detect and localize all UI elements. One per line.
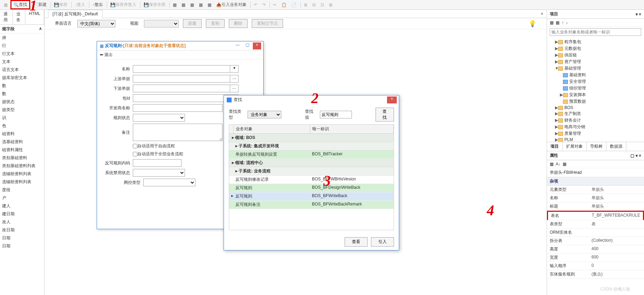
checkout-button[interactable]: ↑ 签出 xyxy=(90,1,105,8)
find-import-button[interactable]: 引入 xyxy=(371,237,394,247)
field-list-item[interactable]: 日期 xyxy=(0,242,44,250)
nettype-select[interactable] xyxy=(143,179,195,186)
left-tab-general[interactable]: 通用 xyxy=(0,10,13,24)
find-value-input[interactable] xyxy=(320,111,352,118)
grid-subgroup[interactable]: ▸ 子系统: 集成开发环境 xyxy=(229,142,394,150)
field-list-item[interactable]: 据类型 xyxy=(0,106,44,114)
tree-node[interactable]: ▶资产管理 xyxy=(550,59,641,65)
field-list-item[interactable]: 选辅助资料列表 xyxy=(0,170,44,178)
tree-node[interactable]: ▶供应链 xyxy=(550,52,641,59)
bulb-icon[interactable]: 💡 xyxy=(529,20,536,28)
find-view-button[interactable]: 查看 xyxy=(345,237,368,247)
property-row[interactable]: 标题单据头 xyxy=(547,202,644,211)
tree-node[interactable]: ▶财务会计 xyxy=(550,117,641,124)
doc-close-icon[interactable]: × xyxy=(541,11,543,16)
sysdisable-select[interactable] xyxy=(133,169,185,177)
save-all-button[interactable]: 💾 保存全部 xyxy=(142,1,168,8)
rp-tab-ds[interactable]: 数据源 xyxy=(606,142,626,151)
tb-icon-6[interactable]: ↶ xyxy=(252,2,259,8)
new-button[interactable]: 📄 新建 xyxy=(31,1,49,8)
tb-icon-10[interactable]: 📄 xyxy=(289,2,299,8)
rp-icon-4[interactable]: ↓ xyxy=(566,20,568,25)
checkin-button[interactable]: ↓ 签入 xyxy=(73,1,87,8)
property-row[interactable]: 名称单据头 xyxy=(547,194,644,202)
auto-free-checkbox[interactable] xyxy=(133,144,137,148)
field-list-item[interactable]: 类别基础资料列表 xyxy=(0,162,44,170)
field-list-item[interactable]: 建人 xyxy=(0,202,44,210)
tree-node[interactable]: 组织管理 xyxy=(550,85,641,92)
tree-node[interactable]: ▶BOS xyxy=(550,105,641,110)
document-tab[interactable]: [只读] 反写规则-_Default xyxy=(48,10,103,18)
remark-input[interactable] xyxy=(133,124,223,141)
grid-row-selected[interactable]: ▸反写规则BOS_BFWriteBack xyxy=(229,192,394,201)
doc-delete-button[interactable]: 删除 xyxy=(229,19,248,28)
rp-icon-3[interactable]: ↑ xyxy=(562,20,564,25)
tree-node[interactable]: 安全管理 xyxy=(550,78,641,85)
tb-icon-12[interactable]: ⊟ xyxy=(310,2,318,8)
doc-new-button[interactable]: 新建 xyxy=(183,19,202,28)
tb-icon-14[interactable]: ⊠ xyxy=(327,2,335,8)
rp-icon-1[interactable]: ▦ xyxy=(550,20,554,25)
props-icon-1[interactable]: ▦ xyxy=(550,162,554,166)
close-icon[interactable]: × xyxy=(253,42,261,49)
tree-node[interactable]: ▼基础管理 xyxy=(550,65,641,72)
property-row[interactable]: 表类型表 xyxy=(547,220,644,228)
maximize-icon[interactable]: ▢ xyxy=(243,42,251,49)
tree-node[interactable]: ▶生产制造 xyxy=(550,110,641,117)
tree-node[interactable]: ▶质量管理 xyxy=(550,130,641,137)
lang-select[interactable]: 中文(简体) xyxy=(77,20,115,28)
field-list-item[interactable]: 据库加密文本 xyxy=(0,74,44,82)
tb-icon-2[interactable]: ▦ xyxy=(179,2,187,8)
property-row[interactable]: 拆分表(Collection) xyxy=(547,237,644,245)
find-type-select[interactable]: 业务对象 xyxy=(248,111,281,118)
rp-tab-ext[interactable]: 扩展对象 xyxy=(563,142,587,151)
package-input[interactable] xyxy=(133,94,239,102)
find-close-icon[interactable]: × xyxy=(387,96,397,103)
field-list-item[interactable]: 选辅助资料列表 xyxy=(0,178,44,186)
field-list-item[interactable]: 础资料 xyxy=(0,130,44,138)
property-row[interactable]: ORM实体名 xyxy=(547,228,644,237)
field-list-item[interactable]: 据状态 xyxy=(0,98,44,106)
props-icon-2[interactable]: A↓ xyxy=(556,162,561,166)
property-row[interactable]: 宽度600 xyxy=(547,254,644,262)
props-object-name[interactable]: 单据头-FBillHead xyxy=(547,168,644,177)
property-row[interactable]: 表名T_BF_WRITEBACKRULE xyxy=(547,211,644,220)
tb-icon-9[interactable]: 📋 xyxy=(279,2,289,8)
field-list-item[interactable]: 础资料属性 xyxy=(0,146,44,154)
find-search-button[interactable]: 查找 xyxy=(376,108,394,122)
tree-node[interactable]: 预置数据 xyxy=(550,98,641,105)
field-list-item[interactable]: 文本 xyxy=(0,58,44,66)
left-tab-html[interactable]: HTML xyxy=(25,10,44,24)
status-select[interactable] xyxy=(133,114,185,122)
panel-dropdown-icon[interactable]: ▾ × xyxy=(636,12,641,17)
prop-category[interactable]: 杂项 xyxy=(547,177,644,186)
downstream-lookup-icon[interactable]: … xyxy=(230,85,239,92)
field-list-item[interactable]: 户 xyxy=(0,194,44,202)
tree-node[interactable]: ▶安装脚本 xyxy=(550,92,641,98)
field-list-item[interactable]: 度组 xyxy=(0,186,44,194)
field-list-item[interactable]: 类别基础资料 xyxy=(0,154,44,162)
devname-input[interactable] xyxy=(133,104,223,112)
tree-node[interactable]: 基础资料 xyxy=(550,72,641,78)
tb-icon-7[interactable]: ↷ xyxy=(260,2,268,8)
grid-subgroup[interactable]: ▸ 子系统: 业务流程 xyxy=(229,167,394,176)
name-lookup-icon[interactable]: ▾ xyxy=(230,65,239,73)
field-list-item[interactable]: 数 xyxy=(0,90,44,98)
find-button[interactable]: 🔍 查找 xyxy=(10,0,30,9)
grid-row[interactable]: 反写规则BOS_BFDesignWriteBack xyxy=(229,184,394,192)
field-list-item[interactable]: 改日期 xyxy=(0,226,44,234)
tb-icon-5[interactable]: ▦ xyxy=(206,2,214,8)
field-list-item[interactable]: 数 xyxy=(0,82,44,90)
upstream-lookup-icon[interactable]: … xyxy=(230,75,239,83)
downstream-input[interactable] xyxy=(133,85,230,92)
minimize-icon[interactable]: — xyxy=(233,42,242,49)
rulecode-input[interactable] xyxy=(133,159,182,167)
import-bo-button[interactable]: 📥 引入业务对象 xyxy=(214,1,249,8)
tb-icon-3[interactable]: ▦ xyxy=(188,2,196,8)
grid-group[interactable]: ▸ 领域: 流程中心 xyxy=(229,159,394,167)
view-select[interactable] xyxy=(144,20,179,28)
save-checkin-button[interactable]: 💾 保存并签入 xyxy=(108,1,138,8)
props-icon-3[interactable]: ▦ xyxy=(563,162,566,166)
tree-node[interactable]: ▶电商与分销 xyxy=(550,124,641,130)
property-row[interactable]: 元素类型单据头 xyxy=(547,186,644,194)
